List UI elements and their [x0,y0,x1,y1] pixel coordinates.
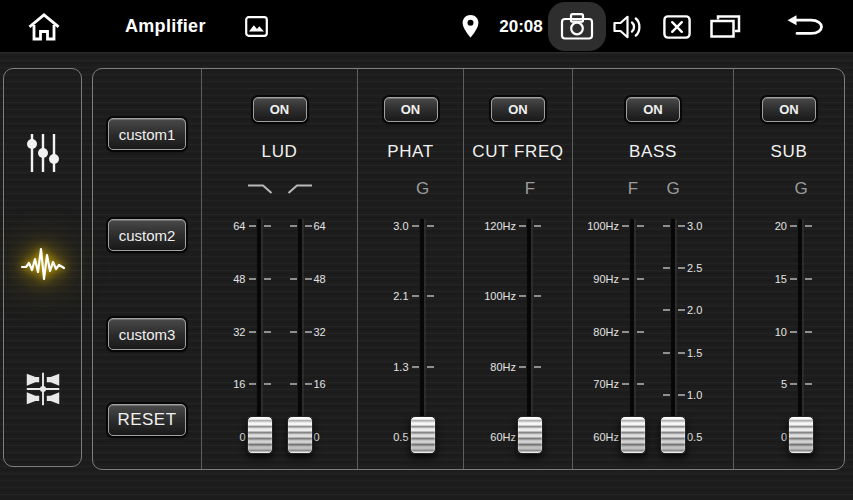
location-pin-icon[interactable] [458,0,482,53]
scale-row: 32 [204,326,280,338]
scale-label: 5 [745,378,787,390]
content-area: custom1custom2custom3RESET ON LUD 64 48 … [0,53,853,500]
tick-mark [264,278,271,280]
scale-label: 80Hz [577,326,619,338]
slider-scale-area: 64 48 32 16 0 [204,207,280,457]
slider-sub-g: G 20 15 10 5 0 [745,171,821,457]
on-button[interactable]: ON [384,97,438,122]
slider-header [280,171,356,207]
scale-label: 100Hz [474,290,516,302]
slider-scale-area: 100Hz 90Hz 80Hz 70Hz 60Hz [577,207,653,457]
scale-row: 3.0 [367,220,443,232]
column-title: SUB [771,141,808,163]
tick-mark [519,225,526,227]
preset-button-custom3[interactable]: custom3 [108,318,186,350]
tick-mark [790,278,797,280]
home-icon[interactable] [24,0,64,53]
tick-mark [663,394,670,396]
scale-row: 48 [280,273,356,285]
close-app-icon[interactable] [661,0,693,53]
tick-mark [412,295,419,297]
scale-row: 100Hz [577,220,653,232]
slider-thumb[interactable] [247,416,273,454]
recent-apps-icon[interactable] [707,0,743,53]
tick-mark [534,225,541,227]
scale-label: 15 [745,273,787,285]
tick-mark [534,295,541,297]
on-button[interactable]: ON [253,97,307,122]
scale-row: 15 [745,273,821,285]
gallery-icon[interactable] [243,0,269,53]
slider-header-label [246,171,274,207]
slider-header: G [745,171,821,207]
slider-scale-area: 120Hz 100Hz 80Hz 60Hz [474,207,550,457]
tick-mark [264,225,271,227]
scale-label: 1.3 [367,361,409,373]
preset-button-reset[interactable]: RESET [108,404,186,436]
tick-mark [622,383,629,385]
slider-phat-g: G 3.0 2.1 1.3 0.5 [367,171,443,457]
slider-thumb[interactable] [620,416,646,454]
slider-header-label: G [666,171,679,207]
slider-thumb[interactable] [788,416,814,454]
volume-icon[interactable] [610,0,644,53]
scale-row: 20 [745,220,821,232]
scale-label: 0 [314,431,356,443]
scale-row: 3.0 [653,220,729,232]
tick-mark [427,295,434,297]
scale-label: 2.1 [367,290,409,302]
amplifier-panel: custom1custom2custom3RESET ON LUD 64 48 … [92,68,845,470]
preset-button-custom1[interactable]: custom1 [108,118,186,150]
preset-column: custom1custom2custom3RESET [93,69,201,469]
slider-lud: 64 48 32 16 0 [204,171,280,457]
on-button[interactable]: ON [491,97,545,122]
scale-row: 70Hz [577,378,653,390]
preset-button-custom2[interactable]: custom2 [108,219,186,251]
tick-mark [264,383,271,385]
scale-label: 64 [314,220,356,232]
tick-mark [427,366,434,368]
scale-row: 16 [204,378,280,390]
waveform-icon[interactable] [20,244,66,284]
scale-row: 1.0 [653,389,729,401]
sliders-row: 64 48 32 16 0 64 48 32 [204,171,356,457]
scale-label: 20 [745,220,787,232]
scale-label: 80Hz [474,361,516,373]
on-button[interactable]: ON [762,97,816,122]
tick-mark [805,278,812,280]
tick-mark [663,267,670,269]
status-bar: Amplifier 20:08 [0,0,853,53]
scale-row: 16 [280,378,356,390]
camera-icon[interactable] [548,2,606,51]
scale-label: 2.0 [687,304,729,316]
on-button[interactable]: ON [626,97,680,122]
scale-row: 5 [745,378,821,390]
eq-column-bass: ON BASS F 100Hz 90Hz 80Hz 70Hz 60Hz G [572,69,733,469]
slider-scale-area: 3.0 2.5 2.0 1.5 1.0 0.5 [653,207,729,457]
scale-label: 32 [314,326,356,338]
column-title: BASS [629,141,677,163]
speaker-balance-icon[interactable] [22,368,64,410]
clock: 20:08 [496,0,546,53]
slider-thumb[interactable] [517,416,543,454]
tick-mark [790,383,797,385]
scale-label: 70Hz [577,378,619,390]
tick-mark [805,331,812,333]
tick-mark [678,394,685,396]
scale-label: 3.0 [367,220,409,232]
slider-thumb[interactable] [287,416,313,454]
slider-thumb[interactable] [660,416,686,454]
scale-row: 2.5 [653,262,729,274]
equalizer-sliders-icon[interactable] [24,132,62,174]
tick-mark [663,225,670,227]
scale-row: 64 [280,220,356,232]
scale-label: 48 [204,273,246,285]
slider-thumb[interactable] [410,416,436,454]
page-title: Amplifier [125,0,206,53]
amplifier-screen: Amplifier 20:08 [0,0,853,500]
slider-bass-g: G 3.0 2.5 2.0 1.5 1.0 0.5 [653,171,729,457]
slider-lud: 64 48 32 16 0 [280,171,356,457]
slider-scale-area: 64 48 32 16 0 [280,207,356,457]
back-icon[interactable] [783,0,825,53]
slider-header: F [474,171,550,207]
